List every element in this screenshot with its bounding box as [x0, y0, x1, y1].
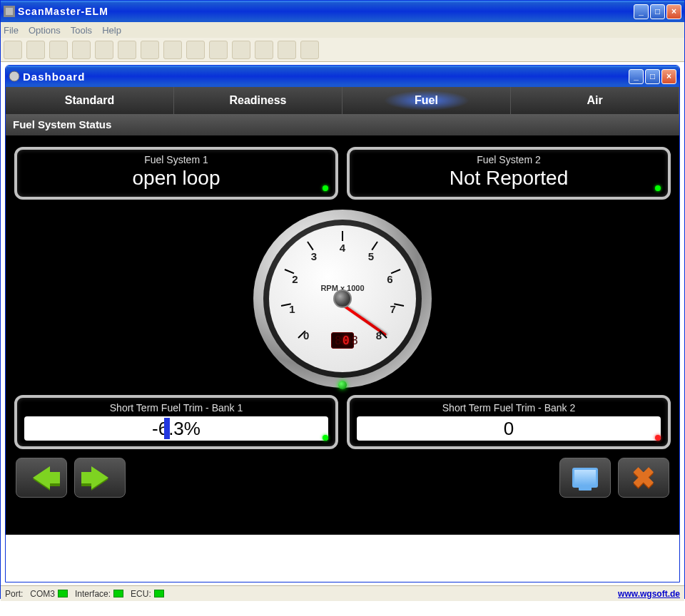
status-dot-icon	[655, 185, 661, 191]
toolbar-button[interactable]	[95, 41, 113, 59]
toolbar-button[interactable]	[209, 41, 228, 59]
tab-air[interactable]: Air	[511, 87, 679, 114]
svg-point-2	[9, 71, 19, 81]
arrow-right-icon	[91, 466, 108, 489]
toolbar	[1, 38, 684, 62]
titlebar: ScanMaster-ELM _ □ ×	[1, 1, 684, 22]
gauge-led-icon	[338, 381, 347, 389]
menu-tools[interactable]: Tools	[71, 25, 92, 36]
toolbar-button[interactable]	[232, 41, 250, 59]
status-port-label: Port:	[5, 589, 23, 599]
rpm-gauge: RPM x 1000 8880 012345678	[253, 210, 432, 388]
prev-button[interactable]	[16, 458, 67, 498]
status-dot-icon	[323, 435, 328, 441]
tab-readiness[interactable]: Readiness	[174, 87, 342, 114]
menu-file[interactable]: File	[4, 25, 19, 36]
trim1-value: -6.3%	[152, 418, 201, 440]
dashboard-window: Dashboard _ □ × Standard Readiness Fuel …	[5, 65, 680, 582]
status-iface-label: Interface:	[75, 589, 111, 599]
toolbar-button[interactable]	[278, 41, 296, 59]
trim2-label: Short Term Fuel Trim - Bank 2	[357, 402, 661, 414]
trim2-value: 0	[504, 418, 514, 440]
close-button[interactable]: ×	[666, 4, 681, 19]
tab-fuel[interactable]: Fuel	[342, 87, 511, 114]
gauge-digital-readout: 8880	[331, 332, 354, 349]
gauge-hub	[333, 289, 352, 308]
menu-help[interactable]: Help	[102, 25, 121, 36]
menu-options[interactable]: Options	[29, 25, 61, 36]
cancel-button[interactable]: ✖	[618, 458, 669, 498]
toolbar-button[interactable]	[300, 41, 319, 59]
toolbar-button[interactable]	[118, 41, 136, 59]
tab-bar: Standard Readiness Fuel Air	[6, 87, 679, 114]
next-button[interactable]	[74, 458, 126, 498]
trim1-marker	[164, 418, 170, 439]
dashboard-title: Dashboard	[23, 71, 629, 83]
trim1-label: Short Term Fuel Trim - Bank 1	[24, 402, 328, 414]
status-dot-icon	[655, 435, 661, 441]
maximize-button[interactable]: □	[650, 4, 665, 19]
trim1-bar: -6.3%	[24, 416, 328, 441]
dash-minimize-button[interactable]: _	[629, 69, 644, 84]
interface-led-icon	[113, 590, 123, 597]
toolbar-button[interactable]	[4, 41, 22, 59]
minimize-button[interactable]: _	[634, 4, 649, 19]
monitor-icon	[572, 468, 598, 488]
toolbar-button[interactable]	[72, 41, 91, 59]
dashboard-icon	[9, 71, 20, 82]
vendor-link[interactable]: www.wgsoft.de	[618, 589, 680, 599]
port-led-icon	[58, 590, 68, 597]
toolbar-button[interactable]	[186, 41, 205, 59]
toolbar-button[interactable]	[255, 41, 273, 59]
gauge-tick-label: 2	[292, 273, 298, 285]
gauge-tick-label: 5	[368, 250, 374, 262]
trim2-bar: 0	[357, 416, 661, 441]
app-window: ScanMaster-ELM _ □ × File Options Tools …	[0, 0, 685, 599]
dash-close-button[interactable]: ×	[661, 69, 676, 84]
trim-bank-2-panel: Short Term Fuel Trim - Bank 2 0	[347, 395, 671, 449]
ecu-led-icon	[154, 590, 164, 597]
section-header: Fuel System Status	[6, 114, 679, 135]
status-ecu-label: ECU:	[131, 589, 151, 599]
gauge-tick-label: 3	[311, 250, 317, 262]
app-title: ScanMaster-ELM	[18, 6, 634, 17]
status-dot-icon	[323, 185, 328, 191]
svg-rect-1	[6, 8, 13, 15]
toolbar-button[interactable]	[26, 41, 45, 59]
status-bar: Port: COM3 Interface: ECU: www.wgsoft.de	[1, 585, 684, 601]
fs1-value: open loop	[24, 167, 328, 190]
status-port: COM3	[30, 589, 55, 599]
display-button[interactable]	[559, 458, 611, 498]
dashboard-body: Fuel System 1 open loop Fuel System 2 No…	[6, 135, 679, 535]
gauge-tick-label: 6	[387, 273, 392, 285]
close-icon: ✖	[631, 461, 656, 494]
fs2-value: Not Reported	[357, 167, 661, 190]
app-icon	[4, 6, 15, 17]
dash-maximize-button[interactable]: □	[645, 69, 660, 84]
toolbar-button[interactable]	[49, 41, 68, 59]
gauge-tick-label: 4	[340, 242, 345, 254]
menubar: File Options Tools Help	[1, 22, 684, 38]
fs2-label: Fuel System 2	[357, 154, 661, 165]
toolbar-button[interactable]	[163, 41, 182, 59]
fs1-label: Fuel System 1	[24, 154, 328, 165]
dashboard-titlebar: Dashboard _ □ ×	[6, 66, 679, 87]
tab-standard[interactable]: Standard	[6, 87, 174, 114]
trim-bank-1-panel: Short Term Fuel Trim - Bank 1 -6.3%	[14, 395, 338, 449]
fuel-system-1-panel: Fuel System 1 open loop	[14, 147, 338, 200]
arrow-left-icon	[33, 466, 50, 489]
fuel-system-2-panel: Fuel System 2 Not Reported	[347, 147, 671, 200]
toolbar-button[interactable]	[141, 41, 159, 59]
